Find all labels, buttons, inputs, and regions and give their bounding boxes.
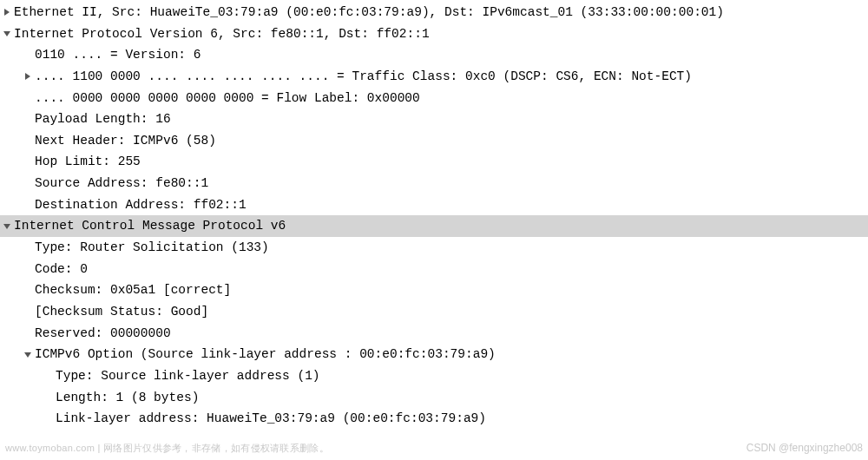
tree-row[interactable]: Destination Address: ff02::1 — [0, 194, 868, 216]
chevron-down-icon[interactable] — [0, 30, 14, 38]
tree-row-text: ICMPv6 Option (Source link-layer address… — [35, 344, 499, 365]
tree-row-text: Reserved: 00000000 — [35, 323, 174, 345]
tree-row-text: Link-layer address: HuaweiTe_03:79:a9 (0… — [56, 408, 490, 430]
tree-row[interactable]: Reserved: 00000000 — [0, 323, 868, 345]
tree-row-text: Destination Address: ff02::1 — [35, 194, 250, 216]
tree-row-text: Type: Source link-layer address (1) — [56, 365, 324, 387]
tree-row[interactable]: Code: 0 — [0, 259, 868, 280]
watermark-left: www.toymoban.com | 网络图片仅供参考，非存储，如有侵权请联系删… — [5, 440, 329, 457]
tree-row[interactable]: Hop Limit: 255 — [0, 151, 868, 173]
tree-row[interactable]: Ethernet II, Src: HuaweiTe_03:79:a9 (00:… — [0, 2, 868, 23]
tree-row[interactable]: .... 0000 0000 0000 0000 0000 = Flow Lab… — [0, 88, 868, 109]
tree-row-text: Code: 0 — [35, 259, 91, 280]
tree-row-text: Type: Router Solicitation (133) — [35, 237, 273, 259]
tree-row[interactable]: Internet Control Message Protocol v6 — [0, 215, 868, 237]
tree-row[interactable]: Type: Router Solicitation (133) — [0, 237, 868, 259]
tree-row-text: Hop Limit: 255 — [35, 151, 144, 173]
tree-row-text: Internet Control Message Protocol v6 — [14, 215, 289, 237]
tree-row[interactable]: Length: 1 (8 bytes) — [0, 387, 868, 409]
tree-row-text: Checksum: 0x05a1 [correct] — [35, 279, 234, 301]
chevron-down-icon[interactable] — [21, 351, 35, 359]
tree-row-text: Ethernet II, Src: HuaweiTe_03:79:a9 (00:… — [14, 2, 727, 23]
tree-row-text: [Checksum Status: Good] — [35, 301, 212, 323]
chevron-right-icon[interactable] — [0, 8, 14, 16]
tree-row[interactable]: Type: Source link-layer address (1) — [0, 365, 868, 387]
tree-row-text: .... 1100 0000 .... .... .... .... .... … — [35, 66, 695, 88]
tree-row-text: Payload Length: 16 — [35, 108, 174, 130]
watermark-right: CSDN @fengxingzhe008 — [746, 439, 863, 457]
tree-row[interactable]: .... 1100 0000 .... .... .... .... .... … — [0, 66, 868, 88]
tree-row-text: Length: 1 (8 bytes) — [56, 387, 202, 409]
tree-row[interactable]: [Checksum Status: Good] — [0, 301, 868, 323]
tree-row[interactable]: ICMPv6 Option (Source link-layer address… — [0, 344, 868, 365]
packet-details-tree[interactable]: Ethernet II, Src: HuaweiTe_03:79:a9 (00:… — [0, 0, 868, 431]
tree-row-text: Internet Protocol Version 6, Src: fe80::… — [14, 23, 433, 45]
tree-row-text: .... 0000 0000 0000 0000 0000 = Flow Lab… — [35, 88, 424, 109]
tree-row-text: Source Address: fe80::1 — [35, 173, 212, 194]
tree-row[interactable]: Next Header: ICMPv6 (58) — [0, 130, 868, 152]
tree-row[interactable]: 0110 .... = Version: 6 — [0, 44, 868, 66]
tree-row-text: 0110 .... = Version: 6 — [35, 44, 204, 66]
tree-row[interactable]: Checksum: 0x05a1 [correct] — [0, 279, 868, 301]
tree-row[interactable]: Source Address: fe80::1 — [0, 173, 868, 194]
chevron-down-icon[interactable] — [0, 222, 14, 231]
tree-row[interactable]: Payload Length: 16 — [0, 108, 868, 130]
tree-row-text: Next Header: ICMPv6 (58) — [35, 130, 220, 152]
tree-row[interactable]: Internet Protocol Version 6, Src: fe80::… — [0, 23, 868, 45]
tree-row[interactable]: Link-layer address: HuaweiTe_03:79:a9 (0… — [0, 408, 868, 430]
chevron-right-icon[interactable] — [21, 72, 35, 81]
